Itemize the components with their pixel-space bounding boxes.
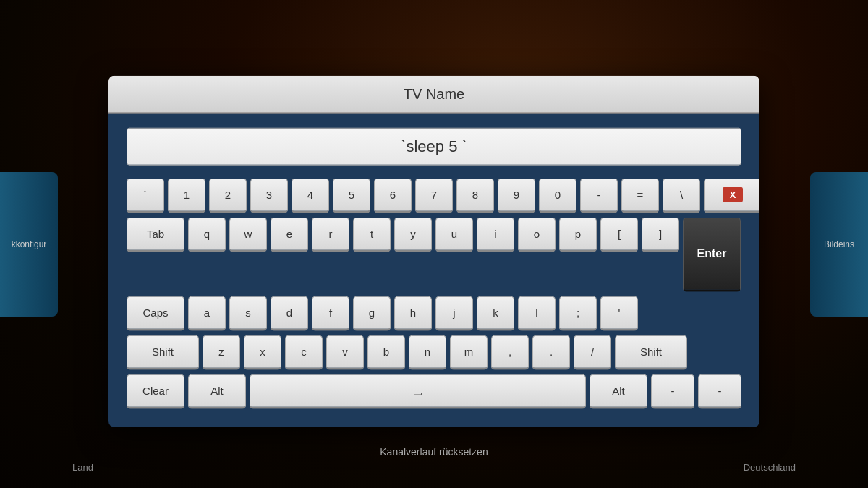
key-o[interactable]: o xyxy=(518,217,556,252)
keyboard-row-5: Clear Alt ⎵ Alt - - xyxy=(127,374,741,408)
key-slash[interactable]: / xyxy=(574,335,611,369)
key-y[interactable]: y xyxy=(394,217,432,252)
side-menu-right: Bildeins xyxy=(810,172,868,317)
keyboard-row-3: Caps a s d f g h j k l ; ' xyxy=(127,296,741,330)
key-l[interactable]: l xyxy=(518,296,556,330)
side-left-label: kkonfigur xyxy=(12,239,47,249)
key-dash-2[interactable]: - xyxy=(698,374,741,408)
key-equals[interactable]: = xyxy=(621,178,659,213)
bottom-label: Kanalverlauf rücksetzen xyxy=(380,446,488,458)
key-w[interactable]: w xyxy=(229,217,267,252)
key-r[interactable]: r xyxy=(312,217,349,252)
key-z[interactable]: z xyxy=(203,335,240,369)
country-value: Deutschland xyxy=(744,462,796,473)
key-x[interactable]: x xyxy=(244,335,281,369)
tv-name-input[interactable]: `sleep 5 ` xyxy=(127,127,741,165)
side-right-label: Bildeins xyxy=(824,239,854,249)
keyboard-dialog: TV Name `sleep 5 ` ` 1 2 3 4 5 6 7 8 9 0… xyxy=(109,75,760,427)
key-8[interactable]: 8 xyxy=(456,178,494,213)
key-5[interactable]: 5 xyxy=(333,178,370,213)
key-0[interactable]: 0 xyxy=(539,178,576,213)
side-menu-left: kkonfigur xyxy=(0,172,58,317)
key-rbracket[interactable]: ] xyxy=(642,217,679,252)
keyboard: ` 1 2 3 4 5 6 7 8 9 0 - = \ X Tab xyxy=(127,178,741,408)
key-tab[interactable]: Tab xyxy=(127,217,184,252)
key-lbracket[interactable]: [ xyxy=(600,217,638,252)
key-m[interactable]: m xyxy=(450,335,488,369)
key-g[interactable]: g xyxy=(353,296,391,330)
key-quote[interactable]: ' xyxy=(600,296,638,330)
key-space[interactable]: ⎵ xyxy=(250,374,586,408)
key-i[interactable]: i xyxy=(477,217,514,252)
key-e[interactable]: e xyxy=(271,217,308,252)
key-f[interactable]: f xyxy=(312,296,349,330)
key-d[interactable]: d xyxy=(271,296,308,330)
keyboard-row-4: Shift z x c v b n m , . / Shift xyxy=(127,335,741,369)
key-period[interactable]: . xyxy=(532,335,570,369)
key-k[interactable]: k xyxy=(477,296,514,330)
key-minus[interactable]: - xyxy=(580,178,618,213)
key-shift-right[interactable]: Shift xyxy=(615,335,687,369)
key-q[interactable]: q xyxy=(188,217,226,252)
keyboard-row-1: ` 1 2 3 4 5 6 7 8 9 0 - = \ X xyxy=(127,178,741,213)
key-dash-1[interactable]: - xyxy=(651,374,694,408)
key-p[interactable]: p xyxy=(559,217,597,252)
dialog-title: TV Name xyxy=(109,75,760,113)
key-s[interactable]: s xyxy=(229,296,267,330)
key-alt-right[interactable]: Alt xyxy=(590,374,647,408)
key-2[interactable]: 2 xyxy=(209,178,247,213)
key-comma[interactable]: , xyxy=(491,335,529,369)
key-b[interactable]: b xyxy=(367,335,405,369)
key-1[interactable]: 1 xyxy=(168,178,205,213)
country-label: Land xyxy=(72,462,93,473)
key-c[interactable]: c xyxy=(285,335,323,369)
key-4[interactable]: 4 xyxy=(292,178,329,213)
backspace-button[interactable]: X xyxy=(704,178,760,213)
key-a[interactable]: a xyxy=(188,296,226,330)
key-backslash[interactable]: \ xyxy=(663,178,700,213)
key-h[interactable]: h xyxy=(394,296,432,330)
bottom-section: Kanalverlauf rücksetzen Land Deutschland xyxy=(0,430,868,488)
key-backtick[interactable]: ` xyxy=(127,178,164,213)
bottom-info: Land Deutschland xyxy=(0,462,868,473)
key-6[interactable]: 6 xyxy=(374,178,412,213)
key-caps[interactable]: Caps xyxy=(127,296,184,330)
keyboard-row-2: Tab q w e r t y u i o p [ ] Enter xyxy=(127,217,741,291)
key-t[interactable]: t xyxy=(353,217,391,252)
key-u[interactable]: u xyxy=(435,217,473,252)
key-j[interactable]: j xyxy=(435,296,473,330)
clear-button[interactable]: Clear xyxy=(127,374,184,408)
key-shift-left[interactable]: Shift xyxy=(127,335,199,369)
key-3[interactable]: 3 xyxy=(250,178,288,213)
dialog-body: `sleep 5 ` ` 1 2 3 4 5 6 7 8 9 0 - = \ X xyxy=(109,113,760,427)
enter-button[interactable]: Enter xyxy=(683,217,741,291)
key-semicolon[interactable]: ; xyxy=(559,296,597,330)
key-v[interactable]: v xyxy=(326,335,364,369)
key-7[interactable]: 7 xyxy=(415,178,453,213)
key-n[interactable]: n xyxy=(409,335,446,369)
key-alt-left[interactable]: Alt xyxy=(188,374,246,408)
key-9[interactable]: 9 xyxy=(498,178,535,213)
